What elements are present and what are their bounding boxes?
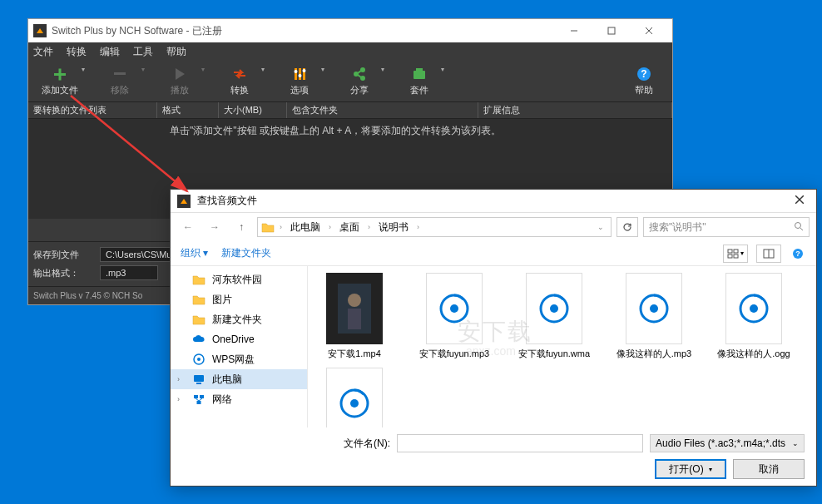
column-headers: 要转换的文件列表 格式 大小(MB) 包含文件夹 扩展信息 — [28, 102, 672, 119]
col-format[interactable]: 格式 — [157, 102, 219, 118]
app-title: Switch Plus by NCH Software - 已注册 — [52, 24, 222, 38]
audio-thumbnail — [526, 273, 582, 344]
sidebar-item-wps[interactable]: WPS网盘 — [171, 349, 307, 369]
svg-rect-39 — [194, 395, 198, 398]
dialog-icon — [177, 195, 191, 208]
folder-icon — [192, 314, 206, 325]
menu-convert[interactable]: 转换 — [67, 45, 87, 59]
svg-point-45 — [348, 294, 361, 307]
sidebar-item-folder[interactable]: 河东软件园 — [171, 269, 307, 289]
search-input[interactable]: 搜索"说明书" — [643, 217, 810, 237]
svg-rect-37 — [194, 375, 204, 382]
crumb-folder[interactable]: 说明书 — [375, 220, 412, 235]
svg-point-50 — [550, 304, 558, 313]
cancel-button[interactable]: 取消 — [733, 459, 805, 479]
forward-button[interactable]: → — [204, 217, 225, 237]
col-size[interactable]: 大小(MB) — [219, 102, 287, 118]
back-button[interactable]: ← — [177, 217, 199, 237]
dialog-nav: ← → ↑ › 此电脑 › 桌面 › 说明书 › ⌄ 搜索"说明书" — [171, 213, 816, 241]
toolbar-help-button[interactable]: ?帮助 — [621, 62, 667, 101]
toolbar-options-button[interactable]: 选项▾ — [273, 62, 326, 101]
toolbar-play-button[interactable]: 播放▾ — [153, 62, 206, 101]
dialog-body: 河东软件园图片新建文件夹OneDriveWPS网盘›此电脑›网络 安下载 anx… — [171, 266, 816, 427]
crumb-pc[interactable]: 此电脑 — [287, 220, 324, 235]
file-label: 像我这样的人.ogg — [717, 348, 790, 359]
menu-help[interactable]: 帮助 — [166, 45, 186, 59]
svg-line-16 — [358, 71, 361, 73]
svg-line-42 — [196, 398, 199, 401]
col-extinfo[interactable]: 扩展信息 — [478, 102, 672, 118]
cloud-icon — [192, 334, 206, 345]
file-label: 安下载1.mp4 — [328, 348, 381, 359]
expand-icon[interactable]: › — [177, 375, 180, 383]
menu-edit[interactable]: 编辑 — [100, 45, 120, 59]
maximize-button[interactable] — [592, 20, 630, 42]
output-format-select[interactable]: .mp3 — [100, 265, 158, 280]
dropdown-icon: ▾ — [82, 66, 85, 73]
close-button[interactable] — [630, 20, 667, 42]
filename-label: 文件名(N): — [182, 437, 390, 451]
file-item[interactable]: 像我这样的人.mp3 — [614, 273, 694, 359]
svg-point-36 — [197, 358, 201, 361]
expand-icon[interactable]: › — [177, 395, 180, 403]
sidebar-item-pc[interactable]: ›此电脑 — [171, 369, 307, 389]
breadcrumb-dropdown[interactable]: ⌄ — [594, 223, 607, 231]
folder-icon — [192, 294, 206, 305]
view-mode-button[interactable]: ▾ — [723, 245, 748, 263]
empty-hint: 单击"添加文件"按钮 或按键盘上的 Alt + A，将要添加的文件转换为该列表。 — [170, 124, 501, 138]
file-item[interactable]: 安下载1.mp4 — [314, 273, 394, 359]
file-grid[interactable]: 安下载 anxz.com 安下载1.mp4安下载fuyun.mp3安下载fuyu… — [308, 266, 816, 427]
file-item[interactable]: 像我这样的人.ogg — [714, 273, 794, 359]
filename-input[interactable] — [397, 434, 643, 452]
file-type-select[interactable]: Audio Files (*.ac3;*.m4a;*.dts⌄ — [650, 434, 805, 452]
menu-file[interactable]: 文件 — [33, 45, 53, 59]
dropdown-icon: ▾ — [441, 66, 444, 73]
file-open-dialog: 查找音频文件 ← → ↑ › 此电脑 › 桌面 › 说明书 › ⌄ 搜索"说明书… — [170, 189, 817, 487]
play-icon — [171, 66, 188, 82]
svg-rect-38 — [196, 383, 201, 384]
up-button[interactable]: ↑ — [230, 217, 252, 237]
toolbar-remove-button[interactable]: 移除▾ — [93, 62, 146, 101]
new-folder-button[interactable]: 新建文件夹 — [221, 246, 271, 260]
svg-rect-29 — [728, 254, 732, 258]
dropdown-icon: ▾ — [261, 66, 265, 73]
file-item[interactable] — [314, 368, 394, 427]
svg-point-12 — [303, 69, 306, 72]
dialog-close-button[interactable] — [790, 193, 810, 209]
toolbar-share-button[interactable]: 分享▾ — [333, 62, 386, 101]
toolbar-convert-button[interactable]: 转换▾ — [213, 62, 266, 101]
minimize-button[interactable] — [555, 20, 592, 42]
preview-pane-button[interactable] — [756, 245, 781, 263]
folder-icon — [192, 274, 206, 285]
sidebar-item-network[interactable]: ›网络 — [171, 389, 307, 409]
toolbar-add-button[interactable]: 添加文件▾ — [33, 62, 87, 101]
audio-thumbnail — [626, 273, 682, 344]
organize-button[interactable]: 组织 ▾ — [181, 246, 208, 260]
crumb-desktop[interactable]: 桌面 — [336, 220, 363, 235]
svg-rect-1 — [608, 27, 615, 34]
dialog-footer: 文件名(N): Audio Files (*.ac3;*.m4a;*.dts⌄ … — [171, 427, 816, 486]
svg-rect-41 — [197, 401, 201, 404]
file-item[interactable]: 安下载fuyun.mp3 — [414, 273, 494, 359]
svg-point-56 — [350, 399, 359, 408]
col-folder[interactable]: 包含文件夹 — [287, 102, 478, 118]
col-filelist[interactable]: 要转换的文件列表 — [28, 102, 157, 118]
options-icon — [291, 66, 308, 82]
app-icon — [33, 24, 47, 37]
save-to-field[interactable]: C:\Users\CS\Mu — [100, 247, 171, 262]
refresh-button[interactable] — [616, 217, 638, 237]
sidebar-item-folder[interactable]: 图片 — [171, 289, 307, 309]
sidebar-item-folder[interactable]: 新建文件夹 — [171, 309, 307, 329]
svg-rect-19 — [416, 68, 423, 72]
open-button[interactable]: 打开(O)▾ — [655, 459, 726, 479]
breadcrumb[interactable]: › 此电脑 › 桌面 › 说明书 › ⌄ — [257, 217, 612, 237]
audio-thumbnail — [725, 273, 782, 344]
toolbar-suite-button[interactable]: 套件▾ — [393, 62, 446, 101]
sidebar-item-cloud[interactable]: OneDrive — [171, 329, 307, 349]
svg-line-43 — [199, 398, 202, 401]
file-item[interactable]: 安下载fuyun.wma — [514, 273, 594, 359]
help-icon[interactable]: ? — [790, 245, 806, 263]
menu-tools[interactable]: 工具 — [133, 45, 153, 59]
svg-line-17 — [358, 75, 361, 77]
svg-line-26 — [800, 228, 803, 230]
